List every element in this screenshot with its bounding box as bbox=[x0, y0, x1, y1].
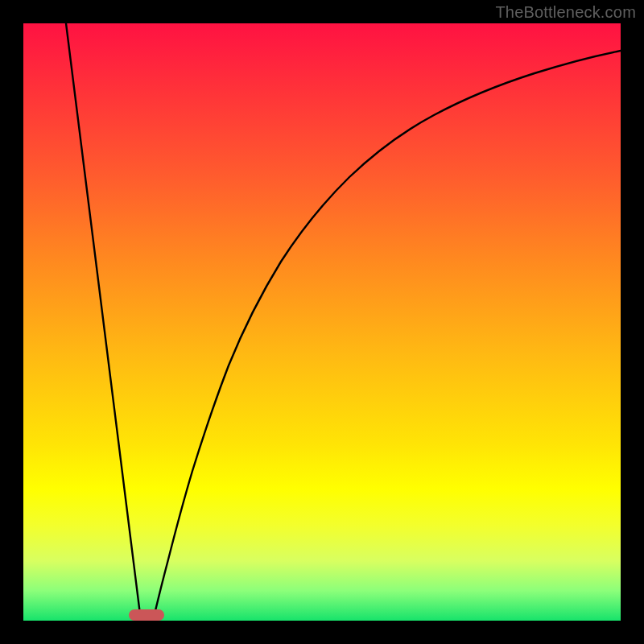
bottleneck-curve bbox=[23, 23, 621, 621]
optimal-marker-pill bbox=[129, 609, 164, 621]
curve-right-branch bbox=[153, 51, 621, 621]
plot-area bbox=[23, 23, 621, 621]
curve-left-branch bbox=[66, 23, 141, 621]
chart-frame: TheBottleneck.com bbox=[0, 0, 644, 644]
watermark-text: TheBottleneck.com bbox=[495, 3, 636, 22]
